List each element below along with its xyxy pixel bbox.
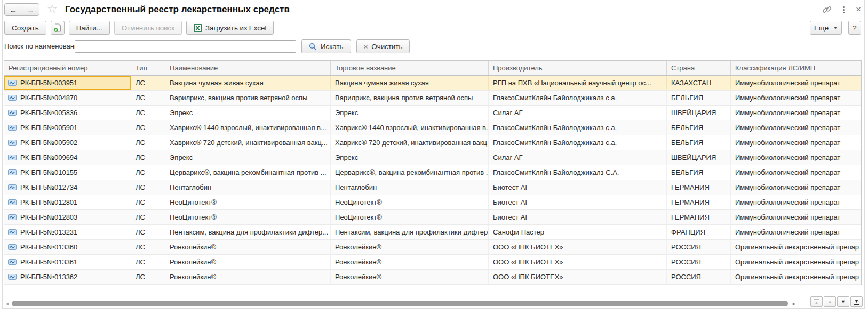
cell-type[interactable]: ЛС — [131, 225, 165, 239]
load-from-excel-button[interactable]: Загрузить из Excel — [186, 21, 274, 35]
cell-trade[interactable]: Вакцина чумная живая сухая — [331, 76, 489, 90]
go-last-button[interactable]: ▼ — [850, 296, 863, 307]
cell-trade[interactable]: Эпрекс — [331, 106, 489, 120]
cell-maker[interactable]: Силаг АГ — [489, 106, 667, 120]
find-button[interactable]: Найти... — [69, 21, 110, 35]
cell-country[interactable]: ГЕРМАНИЯ — [667, 195, 731, 209]
cell-trade[interactable]: НеоЦитотект® — [331, 210, 489, 224]
cell-trade[interactable]: Пентаксим, вакцина для профилактики дифт… — [331, 225, 489, 239]
cell-country[interactable]: РОССИЯ — [667, 270, 731, 284]
table-row[interactable]: РК-БП-5№013231ЛСПентаксим, вакцина для п… — [4, 225, 861, 240]
cell-cls[interactable]: Иммунобиологический препарат — [731, 210, 862, 224]
cell-type[interactable]: ЛС — [131, 180, 165, 195]
cell-reg[interactable]: РК-БП-5№004870 — [4, 91, 131, 105]
cell-cls[interactable]: Иммунобиологический препарат — [731, 135, 862, 150]
cell-name[interactable]: Хаврикс® 720 детский, инактивированная в… — [165, 135, 331, 150]
create-group-button[interactable] — [51, 21, 65, 35]
cell-reg[interactable]: РК-БП-5№012801 — [4, 195, 131, 209]
cell-reg[interactable]: РК-БП-5№013362 — [4, 270, 131, 284]
column-header-reg[interactable]: Регистрационный номер — [4, 61, 131, 75]
cell-maker[interactable]: Биотест АГ — [489, 210, 667, 224]
cell-type[interactable]: ЛС — [131, 106, 165, 120]
more-button[interactable]: Еще ▼ — [810, 21, 842, 35]
cell-trade[interactable]: НеоЦитотект® — [331, 195, 489, 209]
forward-button[interactable]: → — [22, 4, 39, 15]
scroll-right-arrow-icon[interactable]: ► — [792, 301, 797, 308]
go-previous-button[interactable]: ▲ — [824, 296, 836, 307]
cell-trade[interactable]: Эпрекс — [331, 150, 489, 165]
back-button[interactable]: ← — [5, 4, 22, 15]
cell-country[interactable]: ГЕРМАНИЯ — [667, 210, 731, 224]
table-row[interactable]: РК-БП-5№005901ЛСХаврикс® 1440 взрослый, … — [4, 120, 861, 135]
go-first-button[interactable]: ▲ — [810, 296, 823, 307]
cell-country[interactable]: РОССИЯ — [667, 240, 731, 254]
cell-type[interactable]: ЛС — [131, 91, 165, 105]
cell-cls[interactable]: Иммунобиологический препарат — [731, 76, 862, 90]
cell-cls[interactable]: Иммунобиологический препарат — [731, 150, 862, 165]
table-row[interactable]: РК-БП-5№005836ЛСЭпрексЭпрексСилаг АГШВЕЙ… — [4, 106, 861, 120]
table-row[interactable]: РК-БП-5№013361ЛСРонколейкин®Ронколейкин®… — [4, 255, 861, 270]
horizontal-scrollbar-thumb[interactable] — [12, 301, 788, 306]
cell-country[interactable]: БЕЛЬГИЯ — [667, 120, 731, 135]
cell-trade[interactable]: Хаврикс® 720 детский, инактивированная в… — [331, 135, 489, 150]
cell-country[interactable]: БЕЛЬГИЯ — [667, 91, 731, 105]
cell-type[interactable]: ЛС — [131, 150, 165, 165]
cell-name[interactable]: Варилрикс, вакцина против ветряной оспы — [165, 91, 331, 105]
cell-reg[interactable]: РК-БП-5№013231 — [4, 225, 131, 239]
cell-maker[interactable]: ГлаксоСмитКляйн Байолоджикалз с.а. — [489, 120, 667, 135]
cell-maker[interactable]: ГлаксоСмитКляйн Байолоджикалз с.а. — [489, 91, 667, 105]
cell-reg[interactable]: РК-БП-5№005836 — [4, 106, 131, 120]
cell-name[interactable]: Хаврикс® 1440 взрослый, инактивированная… — [165, 120, 331, 135]
column-header-trade[interactable]: Торговое название — [331, 61, 489, 75]
cell-cls[interactable]: Оригинальный лекарственный препар — [731, 240, 862, 254]
table-row[interactable]: РК-БП-5№010155ЛСЦерварикс®, вакцина реко… — [4, 165, 861, 180]
cell-name[interactable]: Пентаксим, вакцина для профилактики дифт… — [165, 225, 331, 239]
cell-country[interactable]: БЕЛЬГИЯ — [667, 165, 731, 180]
search-input[interactable] — [75, 40, 296, 53]
scroll-left-arrow-icon[interactable]: ◄ — [5, 301, 10, 308]
close-window-button[interactable]: × — [853, 4, 864, 15]
table-row[interactable]: РК-БП-5№013360ЛСРонколейкин®Ронколейкин®… — [4, 240, 861, 255]
cell-reg[interactable]: РК-БП-5№012734 — [4, 180, 131, 195]
get-link-button[interactable] — [821, 4, 833, 15]
cell-name[interactable]: Эпрекс — [165, 106, 331, 120]
cell-name[interactable]: Вакцина чумная живая сухая — [165, 76, 331, 90]
cell-type[interactable]: ЛС — [131, 270, 165, 284]
cell-cls[interactable]: Иммунобиологический препарат — [731, 120, 862, 135]
table-row[interactable]: РК-БП-5№012734ЛСПентаглобинПентаглобинБи… — [4, 180, 861, 195]
cell-country[interactable]: РОССИЯ — [667, 255, 731, 269]
cell-cls[interactable]: Оригинальный лекарственный препар — [731, 255, 862, 269]
cell-name[interactable]: Церварикс®, вакцина рекомбинантная проти… — [165, 165, 331, 180]
cell-trade[interactable]: Варилрикс, вакцина против ветряной оспы — [331, 91, 489, 105]
cell-type[interactable]: ЛС — [131, 135, 165, 150]
table-row[interactable]: РК-БП-5№012801ЛСНеоЦитотект®НеоЦитотект®… — [4, 195, 861, 210]
cell-type[interactable]: ЛС — [131, 120, 165, 135]
column-header-name[interactable]: Наименование — [165, 61, 331, 75]
cell-maker[interactable]: ГлаксоСмитКляйн Байолоджикалз с.а. — [489, 135, 667, 150]
cell-maker[interactable]: РГП на ПХВ «Национальный научный центр о… — [489, 76, 667, 90]
cell-cls[interactable]: Иммунобиологический препарат — [731, 106, 862, 120]
cell-cls[interactable]: Иммунобиологический препарат — [731, 195, 862, 209]
cell-trade[interactable]: Ронколейкин® — [331, 240, 489, 254]
cell-reg[interactable]: РК-БП-5№013361 — [4, 255, 131, 269]
cancel-search-button[interactable]: Отменить поиск — [114, 21, 182, 35]
cell-maker[interactable]: ООО «НПК БИОТЕХ» — [489, 270, 667, 284]
favorite-star-icon[interactable]: ☆ — [47, 2, 58, 17]
create-button[interactable]: Создать — [4, 21, 46, 35]
cell-maker[interactable]: ООО «НПК БИОТЕХ» — [489, 240, 667, 254]
column-header-cls[interactable]: Классификация ЛС/ИМН — [731, 61, 862, 75]
cell-maker[interactable]: Биотест АГ — [489, 180, 667, 195]
cell-type[interactable]: ЛС — [131, 210, 165, 224]
cell-type[interactable]: ЛС — [131, 76, 165, 90]
cell-cls[interactable]: Иммунобиологический препарат — [731, 225, 862, 239]
cell-country[interactable]: БЕЛЬГИЯ — [667, 135, 731, 150]
cell-name[interactable]: НеоЦитотект® — [165, 195, 331, 209]
table-row[interactable]: РК-БП-5№003951ЛСВакцина чумная живая сух… — [4, 76, 861, 91]
cell-name[interactable]: Ронколейкин® — [165, 270, 331, 284]
cell-type[interactable]: ЛС — [131, 255, 165, 269]
cell-name[interactable]: Ронколейкин® — [165, 255, 331, 269]
cell-maker[interactable]: Биотест АГ — [489, 195, 667, 209]
cell-maker[interactable]: Санофи Пастер — [489, 225, 667, 239]
cell-country[interactable]: ФРАНЦИЯ — [667, 225, 731, 239]
cell-cls[interactable]: Оригинальный лекарственный препар — [731, 270, 862, 284]
